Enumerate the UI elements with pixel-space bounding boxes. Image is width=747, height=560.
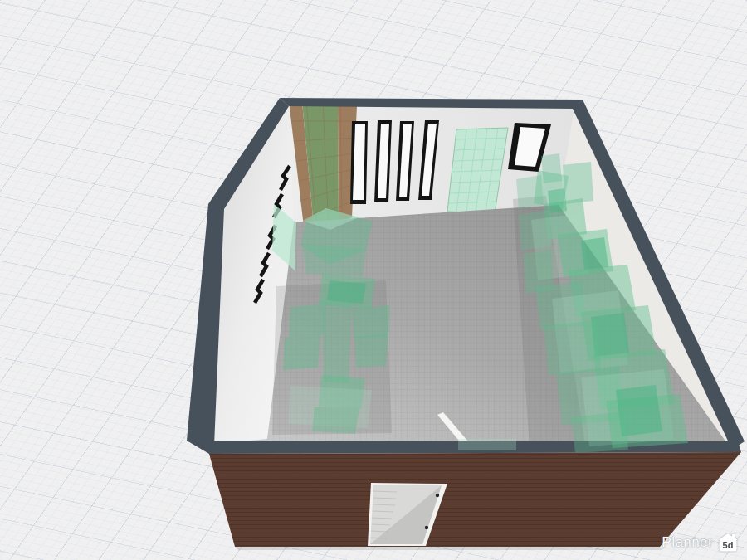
ghost-box (563, 162, 593, 204)
ghost-box (327, 280, 366, 304)
ghost-chair (289, 304, 325, 337)
door-hinge-bottom (425, 526, 428, 529)
door-hinge-top (436, 494, 439, 497)
planner5d-house-badge-icon: 5d (717, 532, 739, 553)
room-3d-scene (0, 0, 747, 560)
ghost-box (544, 320, 601, 375)
3d-viewport[interactable]: Planner 5d (0, 0, 747, 560)
ground-contact-shadow (235, 547, 662, 550)
watermark-badge-label: 5d (723, 540, 734, 550)
ghost-chair (354, 334, 388, 368)
ghost-box (548, 188, 567, 213)
ghost-chair (283, 334, 320, 370)
ghost-box (458, 439, 516, 450)
watermark-text: Planner (662, 534, 713, 551)
planner5d-watermark[interactable]: Planner 5d (662, 532, 739, 553)
ghost-chair (352, 305, 390, 338)
ghost-box (581, 237, 608, 270)
ghost-box (571, 411, 628, 453)
ghost-table (322, 300, 352, 383)
ghost-round-table-side (302, 244, 366, 276)
ghost-box (312, 407, 359, 434)
ghost-box (516, 175, 544, 209)
